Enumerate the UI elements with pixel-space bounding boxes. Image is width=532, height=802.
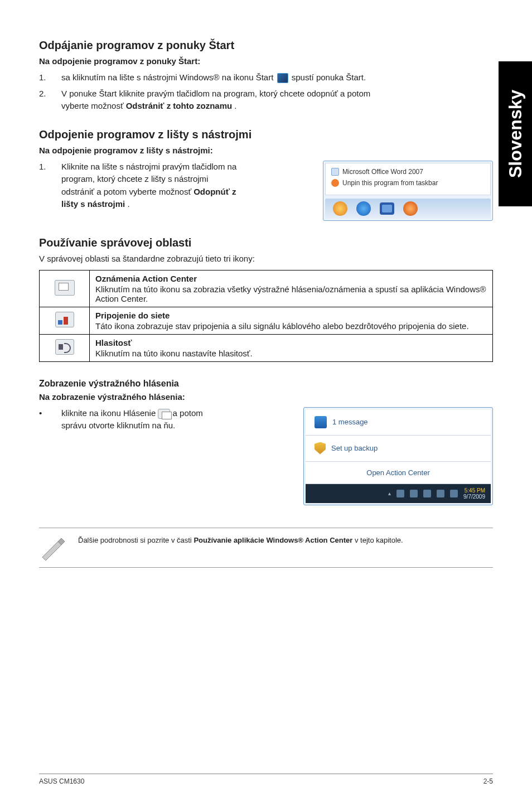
popup-text: 1 message	[332, 418, 368, 426]
side-tab-slovensky: Slovensky	[499, 61, 532, 206]
heading-notification-area: Používanie správovej oblasti	[39, 236, 493, 249]
shield-icon	[315, 442, 326, 455]
menu-item-unpin: Unpin this program from taskbar	[331, 179, 485, 187]
page-footer: ASUS CM1630 2-5	[39, 774, 493, 785]
heading-alert-display: Zobrazenie výstražného hlásenia	[39, 379, 493, 389]
network-icon	[55, 312, 74, 327]
ie-icon	[356, 201, 371, 216]
tray-mini-icon	[423, 490, 431, 497]
subhead-unpin-taskbar: Na odpojenie programov z lišty s nástroj…	[39, 146, 493, 155]
alert-flag-icon	[158, 409, 170, 419]
subhead-alert-display: Na zobrazenie výstražného hlásenia:	[39, 392, 493, 402]
row-title: Pripojenie do siete	[95, 311, 487, 320]
note-text: Ďalšie podrobnosti si pozrite v časti	[78, 536, 194, 544]
screenshot-taskbar-menu: Microsoft Office Word 2007 Unpin this pr…	[323, 161, 493, 221]
action-center-icon	[55, 280, 75, 296]
start-orb-icon	[333, 201, 347, 216]
step-number: 1.	[39, 161, 61, 211]
footer-right: 2-5	[483, 777, 493, 785]
step-1-1: 1. sa kliknutím na lište s nástrojmi Win…	[39, 71, 493, 84]
tray-time: 5:45 PM	[463, 487, 485, 494]
bullet-marker: •	[39, 407, 61, 432]
bullet-text: kliknite na ikonu Hlásenie	[61, 408, 158, 418]
popup-tray: ▴ 5:45 PM 9/7/2009	[306, 484, 491, 503]
footer-left: ASUS CM1630	[39, 777, 84, 785]
taskbar	[325, 199, 491, 219]
step-text: .	[234, 101, 236, 110]
note-text: v tejto kapitole.	[355, 536, 403, 544]
word-icon	[331, 168, 339, 176]
step-text: .	[127, 199, 129, 209]
menu-item-word: Microsoft Office Word 2007	[331, 168, 485, 176]
row-desc: Táto ikona zobrazuje stav pripojenia a s…	[95, 321, 469, 331]
row-desc: Kliknutím na túto ikonu sa zobrazia všet…	[95, 284, 486, 303]
menu-label: Unpin this program from taskbar	[342, 179, 438, 187]
popup-row-open: Open Action Center	[306, 462, 491, 484]
flag-icon	[315, 416, 327, 428]
popup-link: Open Action Center	[366, 468, 429, 477]
step-text: sa kliknutím na lište s nástrojmi Window…	[61, 73, 276, 82]
tray-mini-icon	[410, 490, 418, 497]
explorer-icon	[380, 202, 394, 215]
row-desc: Kliknutím na túto ikonu nastavíte hlasit…	[95, 349, 253, 358]
table-row: Hlasitosť Kliknutím na túto ikonu nastav…	[40, 334, 493, 361]
step-number: 2.	[39, 88, 61, 113]
screenshot-action-center-popup: 1 message Set up backup Open Action Cent…	[303, 407, 493, 505]
tray-mini-icon	[450, 490, 458, 497]
popup-row-backup: Set up backup	[306, 436, 491, 462]
table-row: Oznámenia Action Center Kliknutím na tút…	[40, 270, 493, 307]
popup-row-message: 1 message	[306, 409, 491, 436]
note-bold: Používanie aplikácie Windows® Action Cen…	[194, 536, 352, 544]
bullet-1: • kliknite na ikonu Hlásenie a potom spr…	[39, 407, 287, 432]
step-1-2: 2. V ponuke Štart kliknite pravým tlačid…	[39, 88, 493, 113]
step-text: spustí ponuka Štart.	[292, 73, 366, 82]
start-icon	[277, 73, 288, 83]
pencil-icon	[39, 535, 65, 561]
note-box: Ďalšie podrobnosti si pozrite v časti Po…	[39, 528, 493, 568]
media-icon	[403, 201, 418, 216]
step-bold: Odstrániť z tohto zoznamu	[126, 101, 233, 110]
tray-mini-icon	[396, 490, 404, 497]
subhead-unpin-start: Na odpojenie programov z ponuky Štart:	[39, 56, 493, 66]
intro-text: V správovej oblasti sa štandardne zobraz…	[39, 254, 493, 263]
tray-arrow-icon: ▴	[388, 490, 391, 496]
tray-icons-table: Oznámenia Action Center Kliknutím na tút…	[39, 270, 493, 362]
popup-text: Set up backup	[331, 444, 378, 452]
menu-label: Microsoft Office Word 2007	[342, 168, 423, 176]
row-title: Oznámenia Action Center	[95, 274, 487, 283]
heading-unpin-taskbar: Odpojenie programov z lišty s nástrojmi	[39, 128, 493, 141]
heading-unpin-start: Odpájanie programov z ponuky Štart	[39, 39, 493, 52]
tray-mini-icon	[437, 490, 444, 497]
volume-icon	[55, 339, 74, 355]
step-2-1: 1. Kliknite na lište s nástrojmi pravým …	[39, 161, 312, 211]
row-title: Hlasitosť	[95, 338, 487, 347]
table-row: Pripojenie do siete Táto ikona zobrazuje…	[40, 307, 493, 334]
tray-date: 9/7/2009	[463, 494, 485, 500]
step-number: 1.	[39, 71, 61, 84]
pin-icon	[331, 179, 339, 187]
